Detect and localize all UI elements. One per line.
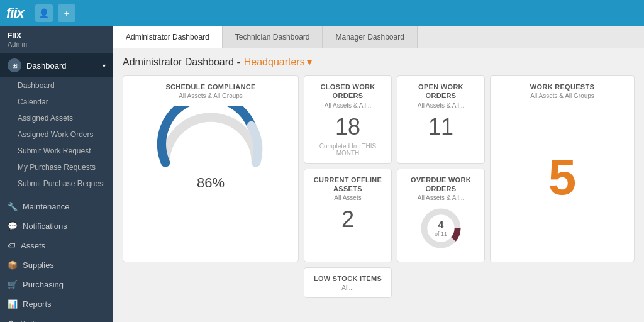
supplies-icon: 📦 xyxy=(8,260,18,270)
widget-closed-work-orders: CLOSED WORK ORDERS All Assets & All... 1… xyxy=(304,75,392,164)
main-layout: FIIX Admin ⊞ Dashboard ▾ Dashboard Calen… xyxy=(0,26,644,322)
sidebar-item-notifications[interactable]: 💬 Notifications xyxy=(0,216,113,236)
reports-icon: 📊 xyxy=(8,299,18,309)
dashboard-arrow: ▾ xyxy=(103,62,106,69)
widget-low-stock-items: LOW STOCK ITEMS All... xyxy=(304,267,392,298)
widget-current-offline-assets: CURRENT OFFLINE ASSETS All Assets 2 xyxy=(304,169,392,263)
dashboard-title: Administrator Dashboard - Headquarters ▾ xyxy=(123,56,635,68)
app-logo: fiix xyxy=(6,5,24,21)
sidebar-item-my-purchase-requests[interactable]: My Purchase Requests xyxy=(0,159,113,175)
sidebar-item-purchasing[interactable]: 🛒 Purchasing xyxy=(0,275,113,294)
sidebar-item-supplies[interactable]: 📦 Supplies xyxy=(0,255,113,275)
sidebar-item-dashboard[interactable]: ⊞ Dashboard ▾ xyxy=(0,53,113,77)
dashboard-content: Administrator Dashboard - Headquarters ▾… xyxy=(113,48,644,322)
purchasing-icon: 🛒 xyxy=(8,280,18,289)
settings-icon: ⚙ xyxy=(8,319,15,322)
topbar: fiix 👤 + xyxy=(0,0,644,26)
widget-work-requests: WORK REQUESTS All Assets & All Groups 5 xyxy=(490,75,635,262)
user-icon-button[interactable]: 👤 xyxy=(35,4,53,22)
maintenance-icon: 🔧 xyxy=(8,202,18,211)
offline-assets-value: 2 xyxy=(341,206,354,233)
content-area: Administrator Dashboard Technician Dashb… xyxy=(113,26,644,322)
sidebar-item-dashboard-sub[interactable]: Dashboard xyxy=(0,77,113,94)
widget-schedule-compliance: SCHEDULE COMPLIANCE All Assets & All Gro… xyxy=(123,75,299,262)
gauge-container xyxy=(154,106,267,169)
location-link[interactable]: Headquarters ▾ xyxy=(244,56,312,68)
widgets-grid: SCHEDULE COMPLIANCE All Assets & All Gro… xyxy=(123,75,635,298)
sidebar-app-name: FIIX xyxy=(8,31,106,40)
sidebar-item-submit-purchase-request[interactable]: Submit Purchase Request xyxy=(0,175,113,192)
assets-icon: 🏷 xyxy=(8,241,16,250)
gauge-svg xyxy=(154,106,267,169)
tab-technician-dashboard[interactable]: Technician Dashboard xyxy=(223,26,323,48)
donut-container: 4 of 11 xyxy=(419,206,463,250)
sidebar-item-assets[interactable]: 🏷 Assets xyxy=(0,236,113,255)
location-arrow-icon: ▾ xyxy=(307,56,312,68)
sidebar-item-calendar[interactable]: Calendar xyxy=(0,94,113,110)
dashboard-icon: ⊞ xyxy=(8,58,21,72)
sidebar-user-info: FIIX Admin xyxy=(0,26,113,53)
tab-administrator-dashboard[interactable]: Administrator Dashboard xyxy=(113,26,223,48)
widget-overdue-work-orders: OVERDUE WORK ORDERS All Assets & All... … xyxy=(397,169,485,263)
widget-open-work-orders: OPEN WORK ORDERS All Assets & All... 11 xyxy=(397,75,485,164)
open-wo-value: 11 xyxy=(428,114,453,140)
gauge-percent: 86% xyxy=(197,175,225,191)
add-button[interactable]: + xyxy=(58,4,75,22)
donut-center: 4 of 11 xyxy=(435,219,447,238)
sidebar-role: Admin xyxy=(8,40,106,48)
sidebar-item-settings[interactable]: ⚙ Settings xyxy=(0,314,113,322)
sidebar-item-submit-work-request[interactable]: Submit Work Request xyxy=(0,143,113,159)
sidebar-item-reports[interactable]: 📊 Reports xyxy=(0,294,113,314)
closed-wo-value: 18 xyxy=(335,114,360,140)
tab-manager-dashboard[interactable]: Manager Dashboard xyxy=(323,26,417,48)
sidebar: FIIX Admin ⊞ Dashboard ▾ Dashboard Calen… xyxy=(0,26,113,322)
notifications-icon: 💬 xyxy=(8,221,18,231)
dashboard-tabs: Administrator Dashboard Technician Dashb… xyxy=(113,26,644,48)
work-requests-value: 5 xyxy=(548,99,577,255)
sidebar-item-assigned-work-orders[interactable]: Assigned Work Orders xyxy=(0,126,113,143)
sidebar-item-assigned-assets[interactable]: Assigned Assets xyxy=(0,110,113,126)
sidebar-item-maintenance[interactable]: 🔧 Maintenance xyxy=(0,197,113,216)
